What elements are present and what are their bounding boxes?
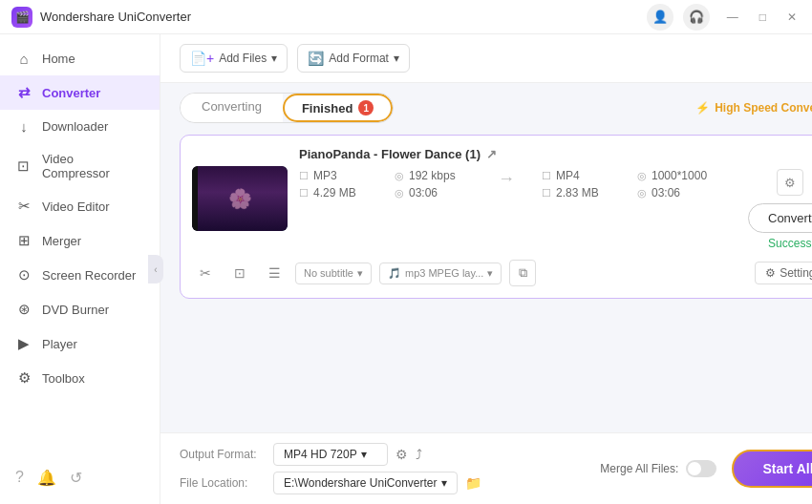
target-meta2: ◎ 1000*1000 ◎ 03:06 xyxy=(637,169,714,200)
notification-icon[interactable]: 🔔 xyxy=(37,469,56,487)
tabs: Converting Finished 1 xyxy=(180,93,394,123)
file-card: 🌸 PianoPanda - Flower Dance (1) ↗ xyxy=(180,135,812,299)
sidebar-item-home[interactable]: ⌂ Home xyxy=(0,42,160,75)
crop-icon: ⊡ xyxy=(234,265,246,281)
editor-icon: ✂ xyxy=(15,198,32,215)
clip-btn[interactable]: ⧉ xyxy=(509,260,536,286)
target-duration-icon: ◎ xyxy=(637,187,647,200)
app-title: Wondershare UniConverter xyxy=(40,10,191,24)
crop-icon-btn[interactable]: ⊡ xyxy=(226,260,253,286)
sidebar-bottom: ? 🔔 ↺ xyxy=(0,459,160,496)
source-duration-row: ◎ 03:06 xyxy=(395,186,471,200)
converter-icon: ⇄ xyxy=(15,84,32,101)
merger-icon: ⊞ xyxy=(15,232,32,249)
add-format-button[interactable]: 🔄 Add Format ▾ xyxy=(297,44,410,73)
output-format-label: Output Format: xyxy=(180,448,266,461)
sidebar-item-label: Video Compressor xyxy=(42,152,144,180)
cut-icon-btn[interactable]: ✂ xyxy=(192,260,219,286)
start-all-button[interactable]: Start All 1 xyxy=(732,450,812,488)
add-files-button[interactable]: 📄+ Add Files ▾ xyxy=(180,44,288,73)
finished-tab-badge: 1 xyxy=(358,100,374,116)
toolbar: 📄+ Add Files ▾ 🔄 Add Format ▾ xyxy=(160,34,812,83)
sidebar-item-dvd-burner[interactable]: ⊛ DVD Burner xyxy=(0,292,160,326)
source-size-icon: ☐ xyxy=(299,187,309,200)
folder-icon[interactable]: 📁 xyxy=(465,475,481,491)
sidebar-item-video-editor[interactable]: ✂ Video Editor xyxy=(0,189,160,223)
convert-button[interactable]: Convert xyxy=(748,203,812,233)
refresh-icon[interactable]: ↺ xyxy=(70,469,82,487)
target-duration: 03:06 xyxy=(652,186,680,200)
tabs-bar: Converting Finished 1 ⚡ High Speed Conve… xyxy=(160,83,812,123)
converting-tab-label: Converting xyxy=(202,99,262,114)
effects-icon: ☰ xyxy=(268,265,281,281)
sidebar-item-player[interactable]: ▶ Player xyxy=(0,326,160,361)
sidebar-item-label: Home xyxy=(42,52,75,66)
convert-col: ⚙ Convert Success xyxy=(748,169,812,250)
file-title-text: PianoPanda - Flower Dance (1) xyxy=(299,147,481,161)
high-speed-conversion[interactable]: ⚡ High Speed Conversion xyxy=(695,101,812,115)
source-duration-icon: ◎ xyxy=(395,187,404,200)
file-location-label: File Location: xyxy=(180,476,266,490)
sidebar-collapse-btn[interactable]: ‹ xyxy=(148,255,163,284)
target-format-row: ☐ MP4 xyxy=(542,169,618,182)
app-body: ⌂ Home ⇄ Converter ↓ Downloader ⊡ Video … xyxy=(0,34,812,504)
settings-gear-icon: ⚙ xyxy=(765,266,776,280)
sidebar-item-downloader[interactable]: ↓ Downloader xyxy=(0,110,160,143)
output-share-icon[interactable]: ⤴ xyxy=(416,447,422,462)
arrow-icon: → xyxy=(498,169,515,189)
file-settings-icon[interactable]: ⚙ xyxy=(777,169,803,196)
target-size-icon: ☐ xyxy=(542,187,551,200)
settings-button[interactable]: ⚙ Settings xyxy=(755,262,812,284)
headset-icon-btn[interactable]: 🎧 xyxy=(683,4,710,31)
sidebar-item-converter[interactable]: ⇄ Converter xyxy=(0,75,160,110)
maximize-btn[interactable]: □ xyxy=(756,10,770,24)
output-settings-icon[interactable]: ⚙ xyxy=(395,447,408,462)
source-bitrate: 192 kbps xyxy=(409,169,456,182)
file-card-bottom: ✂ ⊡ ☰ No subtitle ▾ 🎵 mp3 MPEG lay... xyxy=(192,260,812,286)
sidebar-item-label: Video Editor xyxy=(42,200,110,214)
recorder-icon: ⊙ xyxy=(15,266,32,284)
sidebar-item-label: Screen Recorder xyxy=(42,268,136,283)
sidebar-item-toolbox[interactable]: ⚙ Toolbox xyxy=(0,361,160,395)
settings-label: Settings xyxy=(780,266,812,280)
audio-placeholder: mp3 MPEG lay... xyxy=(405,267,483,279)
source-meta2: ◎ 192 kbps ◎ 03:06 xyxy=(395,169,471,200)
content-area: 🌸 PianoPanda - Flower Dance (1) ↗ xyxy=(160,123,812,432)
tab-converting[interactable]: Converting xyxy=(181,94,283,122)
file-location-dropdown-icon: ▾ xyxy=(441,476,447,490)
help-icon[interactable]: ? xyxy=(15,469,24,487)
titlebar-icons: 👤 🎧 xyxy=(647,4,710,31)
file-title: PianoPanda - Flower Dance (1) ↗ xyxy=(299,147,812,161)
file-location-select[interactable]: E:\Wondershare UniConverter ▾ xyxy=(273,472,458,494)
sidebar-item-screen-recorder[interactable]: ⊙ Screen Recorder xyxy=(0,258,160,292)
sidebar-item-video-compressor[interactable]: ⊡ Video Compressor xyxy=(0,143,160,189)
target-meta: ☐ MP4 ☐ 2.83 MB xyxy=(542,169,618,200)
sidebar-item-merger[interactable]: ⊞ Merger xyxy=(0,223,160,258)
main-content: 📄+ Add Files ▾ 🔄 Add Format ▾ Converting… xyxy=(160,34,812,504)
merge-toggle[interactable] xyxy=(686,460,716,477)
target-resolution: 1000*1000 xyxy=(652,169,707,182)
source-size-row: ☐ 4.29 MB xyxy=(299,186,375,200)
merge-area: Merge All Files: xyxy=(600,460,716,477)
output-format-select[interactable]: MP4 HD 720P ▾ xyxy=(273,443,388,466)
target-resolution-row: ◎ 1000*1000 xyxy=(637,169,714,182)
target-size-row: ☐ 2.83 MB xyxy=(542,186,618,200)
add-format-icon: 🔄 xyxy=(308,51,324,66)
close-btn[interactable]: ✕ xyxy=(783,10,801,24)
sidebar: ⌂ Home ⇄ Converter ↓ Downloader ⊡ Video … xyxy=(0,34,160,504)
app-icon: 🎬 xyxy=(11,7,32,28)
output-format-field: Output Format: MP4 HD 720P ▾ ⚙ ⤴ xyxy=(180,443,585,466)
target-resolution-icon: ◎ xyxy=(637,170,647,182)
target-format-icon: ☐ xyxy=(542,170,551,182)
finished-tab-label: Finished xyxy=(302,101,353,116)
subtitle-select[interactable]: No subtitle ▾ xyxy=(295,262,372,284)
cut-icon: ✂ xyxy=(200,265,211,281)
file-location-field: File Location: E:\Wondershare UniConvert… xyxy=(180,472,585,494)
minimize-btn[interactable]: — xyxy=(723,10,742,24)
source-meta: ☐ MP3 ☐ 4.29 MB xyxy=(299,169,375,200)
tab-finished[interactable]: Finished 1 xyxy=(283,94,393,122)
external-link-icon[interactable]: ↗ xyxy=(486,147,497,161)
audio-select[interactable]: 🎵 mp3 MPEG lay... ▾ xyxy=(379,262,502,284)
user-icon-btn[interactable]: 👤 xyxy=(647,4,673,31)
effects-icon-btn[interactable]: ☰ xyxy=(261,260,288,286)
